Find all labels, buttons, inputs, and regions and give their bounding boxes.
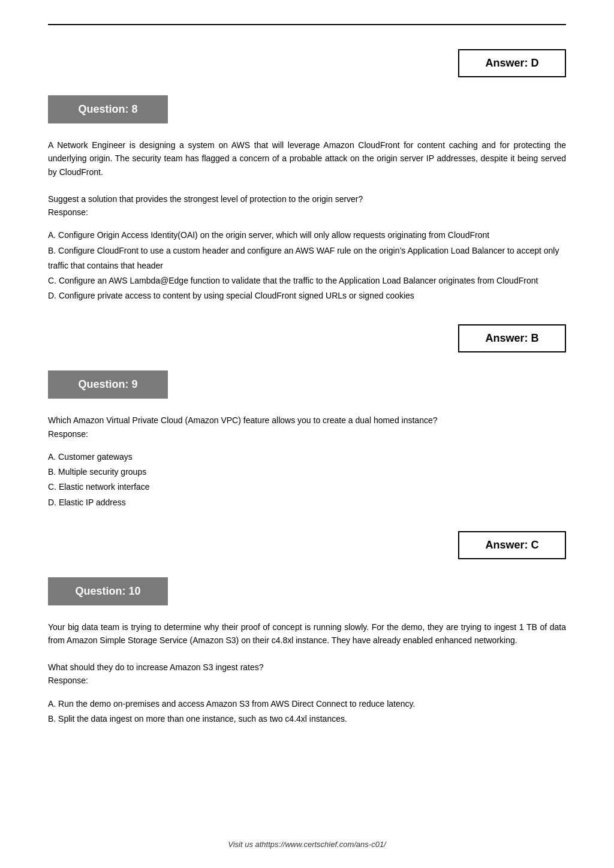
question-10-text: Your big data team is trying to determin… (48, 620, 566, 688)
q10-option-b: B. Split the data ingest on more than on… (48, 712, 566, 727)
q8-paragraph2: Suggest a solution that provides the str… (48, 192, 566, 206)
q9-paragraph1: Which Amazon Virtual Private Cloud (Amaz… (48, 414, 566, 427)
question-10-section: Question: 10 Your big data team is tryin… (48, 577, 566, 727)
q9-option-c: C. Elastic network interface (48, 480, 566, 495)
page: Answer: D Question: 8 A Network Engineer… (0, 0, 614, 868)
answer-d-label: Answer: D (458, 49, 566, 77)
q10-option-a: A. Run the demo on-premises and access A… (48, 697, 566, 712)
question-8-options: A. Configure Origin Access Identity(OAI)… (48, 228, 566, 303)
q8-paragraph1: A Network Engineer is designing a system… (48, 138, 566, 179)
question-10-options: A. Run the demo on-premises and access A… (48, 697, 566, 727)
q9-paragraph2: Response: (48, 427, 566, 441)
question-8-section: Question: 8 A Network Engineer is design… (48, 95, 566, 303)
question-9-section: Question: 9 Which Amazon Virtual Private… (48, 370, 566, 510)
answer-b-label: Answer: B (458, 324, 566, 352)
q8-option-a: A. Configure Origin Access Identity(OAI)… (48, 228, 566, 243)
q10-paragraph2: What should they do to increase Amazon S… (48, 661, 566, 674)
answer-c-box: Answer: C (48, 531, 566, 559)
q10-paragraph1: Your big data team is trying to determin… (48, 620, 566, 647)
q8-option-c: C. Configure an AWS Lambda@Edge function… (48, 273, 566, 288)
question-9-header: Question: 9 (48, 370, 168, 399)
q9-option-a: A. Customer gateways (48, 450, 566, 465)
answer-d-box: Answer: D (48, 49, 566, 77)
q9-option-b: B. Multiple security groups (48, 465, 566, 480)
page-footer: Visit us athttps://www.certschief.com/an… (0, 839, 614, 851)
top-border (48, 24, 566, 25)
q10-paragraph3: Response: (48, 674, 566, 687)
question-8-text: A Network Engineer is designing a system… (48, 138, 566, 219)
q8-option-b: B. Configure CloudFront to use a custom … (48, 243, 566, 273)
question-9-options: A. Customer gateways B. Multiple securit… (48, 450, 566, 510)
question-8-header: Question: 8 (48, 95, 168, 123)
q9-option-d: D. Elastic IP address (48, 495, 566, 510)
answer-b-box: Answer: B (48, 324, 566, 352)
question-10-header: Question: 10 (48, 577, 168, 605)
q8-paragraph3: Response: (48, 206, 566, 219)
answer-c-label: Answer: C (458, 531, 566, 559)
question-9-text: Which Amazon Virtual Private Cloud (Amaz… (48, 414, 566, 441)
q8-option-d: D. Configure private access to content b… (48, 288, 566, 303)
